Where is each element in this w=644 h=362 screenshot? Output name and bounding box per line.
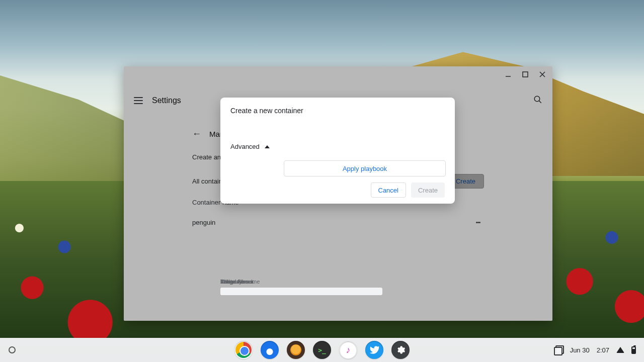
add-playbook-label: Add playbook — [220, 279, 455, 285]
dialog-title: Create a new container — [230, 107, 445, 115]
shelf-apps: >_ ♪ — [234, 341, 410, 359]
shelf-time: 2:07 — [597, 346, 609, 354]
add-playbook-input[interactable] — [220, 288, 382, 295]
launcher-button[interactable] — [0, 346, 24, 353]
shelf-date: Jun 30 — [570, 346, 590, 354]
launcher-icon — [9, 346, 16, 353]
taskbar-shelf: >_ ♪ Jun 30 2:07 — [0, 338, 644, 362]
shelf-status-area[interactable]: Jun 30 2:07 — [554, 345, 644, 354]
app-twitter-icon[interactable] — [365, 341, 383, 359]
create-button: Create — [411, 183, 445, 198]
battery-icon — [631, 346, 636, 354]
app-chrome-icon[interactable] — [234, 341, 253, 359]
app-music-icon[interactable]: ♪ — [339, 341, 357, 359]
wifi-icon — [616, 347, 624, 353]
app-files-icon[interactable] — [261, 341, 279, 359]
app-lion-icon[interactable] — [287, 341, 305, 359]
create-container-dialog: Create a new container Container name VM… — [220, 98, 455, 204]
overview-icon[interactable] — [554, 345, 563, 354]
apply-playbook-button[interactable]: Apply playbook — [284, 160, 446, 176]
cancel-button[interactable]: Cancel — [371, 183, 406, 198]
advanced-label: Advanced — [230, 143, 260, 150]
settings-window: Settings ← Manage extra containers Creat… — [124, 66, 552, 321]
app-settings-icon[interactable] — [391, 341, 410, 359]
chevron-up-icon — [265, 145, 270, 148]
app-terminal-icon[interactable]: >_ — [313, 341, 331, 359]
advanced-toggle[interactable]: Advanced — [230, 134, 284, 150]
